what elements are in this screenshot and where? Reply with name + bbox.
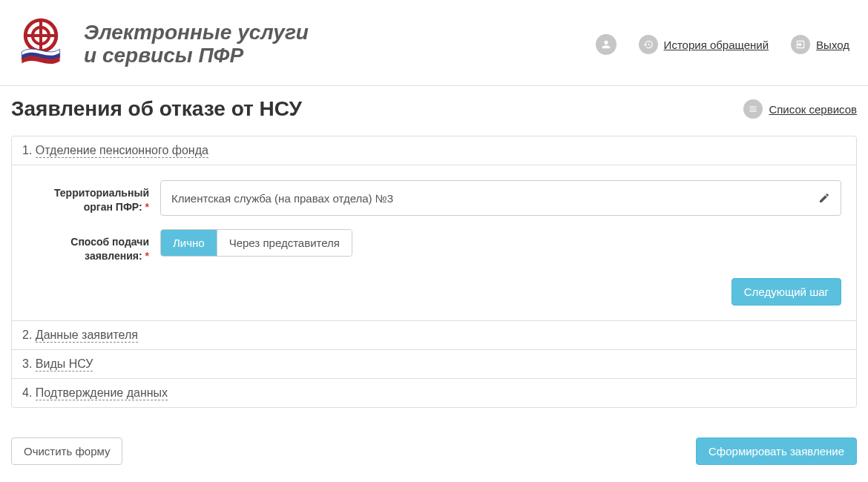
method-label: Способ подачи заявления: *	[27, 229, 160, 263]
history-link[interactable]: История обращений	[639, 35, 769, 54]
page-title: Заявления об отказе от НСУ	[11, 97, 302, 121]
method-rep-button[interactable]: Через представителя	[217, 230, 352, 256]
step-2-title: Данные заявителя	[36, 329, 138, 343]
services-link[interactable]: Список сервисов	[743, 99, 857, 119]
logout-label: Выход	[816, 39, 849, 51]
site-title-line2: и сервисы ПФР	[84, 44, 309, 67]
services-label: Список сервисов	[769, 103, 857, 116]
logout-link[interactable]: Выход	[791, 35, 849, 54]
header-right: История обращений Выход	[596, 34, 849, 55]
method-toggle: Лично Через представителя	[160, 229, 352, 257]
step-2-num: 2.	[22, 329, 32, 341]
site-title: Электронные услуги и сервисы ПФР	[84, 22, 309, 67]
step-3-num: 3.	[22, 357, 32, 370]
step-4-title: Подтверждение данных	[36, 386, 168, 400]
step-1-title: Отделение пенсионного фонда	[36, 144, 208, 158]
step-actions: Следующий шаг	[27, 278, 841, 306]
method-self-button[interactable]: Лично	[161, 230, 217, 256]
territory-select[interactable]: Клиентская служба (на правах отдела) №3	[160, 180, 841, 216]
pfr-logo-icon	[11, 15, 70, 74]
site-title-line1: Электронные услуги	[84, 22, 309, 44]
step-4-header[interactable]: 4. Подтверждение данных	[12, 378, 856, 407]
territory-row: Территориальный орган ПФР: * Клиентская …	[27, 180, 841, 216]
required-star: *	[145, 201, 149, 213]
page-head: Заявления об отказе от НСУ Список сервис…	[11, 97, 857, 121]
required-star: *	[145, 250, 149, 262]
step-4-num: 4.	[22, 386, 32, 399]
history-icon	[639, 35, 658, 54]
territory-value: Клиентская служба (на правах отдела) №3	[171, 192, 393, 205]
territory-label: Территориальный орган ПФР: *	[27, 180, 160, 216]
step-3-title: Виды НСУ	[36, 357, 93, 372]
user-avatar-icon[interactable]	[596, 34, 617, 55]
site-header: Электронные услуги и сервисы ПФР История…	[0, 0, 868, 86]
list-icon	[743, 99, 763, 119]
step-1-num: 1.	[22, 144, 32, 156]
method-row: Способ подачи заявления: * Лично Через п…	[27, 229, 841, 263]
logout-icon	[791, 35, 810, 54]
history-label: История обращений	[664, 39, 769, 51]
submit-button[interactable]: Сформировать заявление	[696, 438, 857, 465]
step-1-header[interactable]: 1. Отделение пенсионного фонда	[12, 136, 856, 165]
clear-form-button[interactable]: Очистить форму	[11, 438, 122, 465]
next-step-button[interactable]: Следующий шаг	[731, 278, 841, 306]
step-2-header[interactable]: 2. Данные заявителя	[12, 320, 856, 349]
step-3-header[interactable]: 3. Виды НСУ	[12, 349, 856, 378]
edit-icon	[818, 192, 830, 204]
step-1-body: Территориальный орган ПФР: * Клиентская …	[12, 165, 856, 320]
page-footer: Очистить форму Сформировать заявление	[11, 438, 857, 465]
wizard-accordion: 1. Отделение пенсионного фонда Территори…	[11, 136, 857, 408]
logo-block: Электронные услуги и сервисы ПФР	[11, 15, 309, 74]
